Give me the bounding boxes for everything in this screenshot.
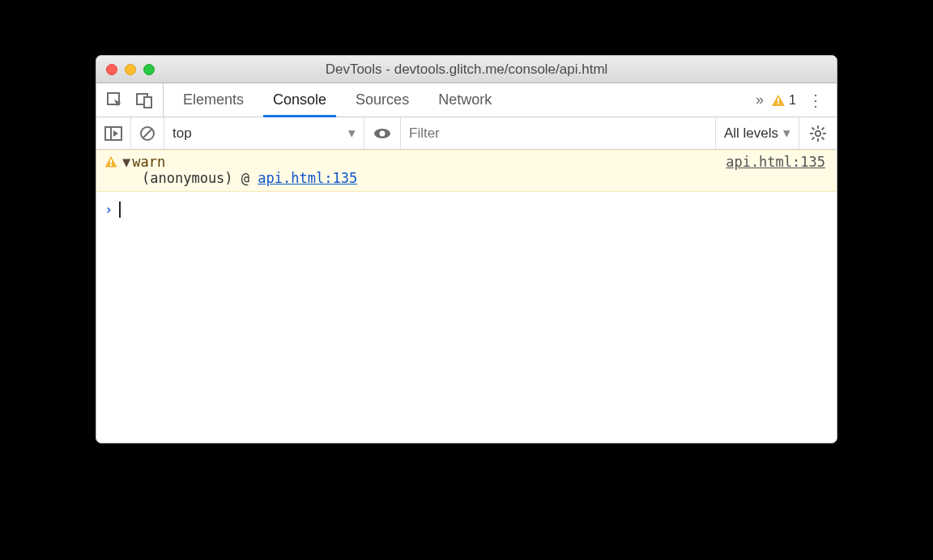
tabrow-right: » 1 ⋮ xyxy=(744,83,837,117)
dropdown-triangle-icon: ▾ xyxy=(783,125,790,142)
source-link[interactable]: api.html:135 xyxy=(726,154,825,170)
more-tabs-icon[interactable]: » xyxy=(756,91,761,108)
live-expression-button[interactable] xyxy=(364,117,401,149)
tab-elements[interactable]: Elements xyxy=(168,83,258,117)
console-settings-icon[interactable] xyxy=(799,125,837,142)
filter-input[interactable] xyxy=(409,125,539,142)
devtools-window: DevTools - devtools.glitch.me/console/ap… xyxy=(96,55,837,443)
svg-line-8 xyxy=(143,129,152,138)
traffic-lights xyxy=(106,64,155,75)
execution-context-select[interactable]: top ▾ xyxy=(173,125,356,142)
svg-rect-21 xyxy=(110,164,112,166)
warning-triangle-icon xyxy=(104,155,117,168)
warning-label: warn xyxy=(132,154,165,170)
svg-rect-3 xyxy=(778,98,779,102)
context-label: top xyxy=(173,125,192,142)
tab-network[interactable]: Network xyxy=(424,83,506,117)
svg-rect-20 xyxy=(110,159,112,163)
zoom-window-button[interactable] xyxy=(143,64,155,75)
clear-console-button[interactable] xyxy=(131,117,164,149)
text-cursor xyxy=(119,202,121,218)
warning-triangle-icon xyxy=(771,93,786,108)
tabrow-tools xyxy=(96,83,164,117)
panel-tabs: Elements Console Sources Network xyxy=(164,83,744,117)
console-sidebar-toggle[interactable] xyxy=(96,117,131,149)
console-message-warning: ▼ warn api.html:135 (anonymous) @ api.ht… xyxy=(96,150,837,192)
issues-badge[interactable]: 1 xyxy=(771,93,796,108)
window-title: DevTools - devtools.glitch.me/console/ap… xyxy=(96,62,837,78)
main-tab-row: Elements Console Sources Network » 1 ⋮ xyxy=(96,83,837,117)
svg-rect-2 xyxy=(144,97,151,108)
svg-line-16 xyxy=(812,127,815,129)
stack-trace-line: (anonymous) @ api.html:135 xyxy=(104,170,825,186)
svg-line-17 xyxy=(822,137,824,139)
dropdown-triangle-icon: ▾ xyxy=(348,125,356,142)
prompt-caret-icon: › xyxy=(104,202,113,218)
console-output: ▼ warn api.html:135 (anonymous) @ api.ht… xyxy=(96,150,837,443)
log-levels-select[interactable]: All levels ▾ xyxy=(716,117,799,149)
console-prompt[interactable]: › xyxy=(96,192,837,227)
svg-point-10 xyxy=(380,130,386,136)
svg-rect-4 xyxy=(778,103,779,104)
close-window-button[interactable] xyxy=(106,64,117,75)
minimize-window-button[interactable] xyxy=(125,64,136,75)
svg-line-19 xyxy=(822,127,824,129)
device-toolbar-icon[interactable] xyxy=(135,91,153,109)
svg-line-18 xyxy=(812,137,815,139)
console-toolbar: top ▾ All levels ▾ xyxy=(96,117,837,150)
tab-console[interactable]: Console xyxy=(258,83,341,117)
svg-point-11 xyxy=(816,130,820,135)
disclosure-triangle-icon[interactable]: ▼ xyxy=(122,154,130,170)
inspect-element-icon[interactable] xyxy=(106,91,124,109)
levels-label: All levels xyxy=(724,125,778,142)
trace-source-link[interactable]: api.html:135 xyxy=(258,170,357,186)
titlebar: DevTools - devtools.glitch.me/console/ap… xyxy=(96,56,837,83)
trace-prefix: (anonymous) @ xyxy=(142,170,258,186)
warning-count: 1 xyxy=(789,93,796,108)
tab-sources[interactable]: Sources xyxy=(341,83,424,117)
menu-kebab-icon[interactable]: ⋮ xyxy=(806,91,825,110)
